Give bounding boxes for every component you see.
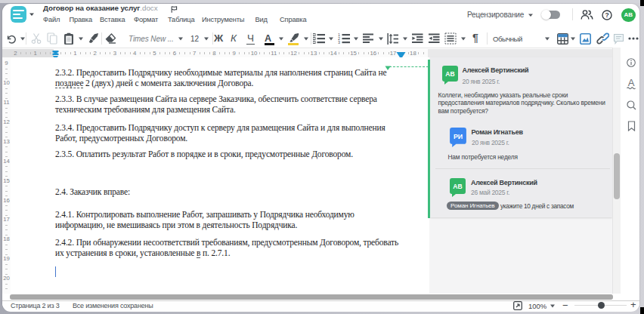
svg-text:РИ: РИ — [453, 132, 462, 140]
svg-text:3: 3 — [338, 40, 340, 44]
svg-text:А: А — [628, 77, 635, 88]
svg-text:?: ? — [605, 11, 608, 19]
svg-text:АВ: АВ — [445, 70, 454, 78]
svg-text:АВ: АВ — [453, 183, 462, 190]
